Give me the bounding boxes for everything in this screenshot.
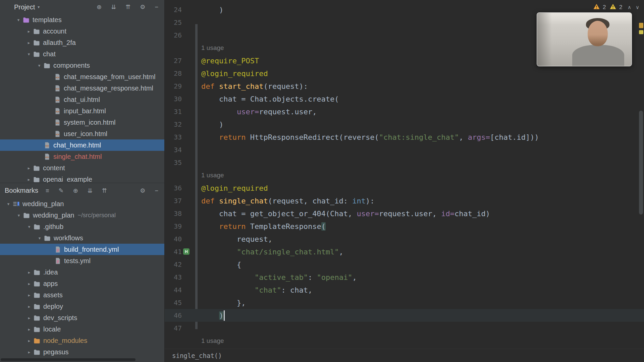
code-line-39[interactable]: 39 return TemplateResponse( (165, 220, 644, 233)
code-line-28[interactable]: 28@login_required (165, 67, 644, 80)
chevron-expanded-icon[interactable]: ▾ (15, 213, 22, 218)
tree-item-assets[interactable]: ▸assets (0, 289, 164, 301)
chevron-collapsed-icon[interactable]: ▸ (25, 166, 33, 171)
chevron-collapsed-icon[interactable]: ▸ (25, 270, 33, 275)
tree-item-wedding_plan[interactable]: ▾wedding_plan (0, 198, 164, 209)
chevron-down-icon[interactable]: ▾ (38, 5, 40, 9)
code-line-38[interactable]: 38 chat = get_object_or_404(Chat, user=r… (165, 207, 644, 220)
bookmarks-panel-title[interactable]: Bookmarks (5, 187, 38, 194)
usage-hint-label[interactable]: 1 usage (201, 172, 224, 179)
warning-stripe-mark[interactable] (639, 23, 643, 28)
tree-item-.github[interactable]: ▾.github (0, 221, 164, 232)
usage-hint-label[interactable]: 1 usage (201, 337, 224, 345)
collapse-all-icon[interactable]: ⇈ (102, 188, 107, 194)
chevron-collapsed-icon[interactable]: ▸ (25, 293, 33, 298)
horizontal-scrollbar[interactable] (1, 358, 136, 361)
breadcrumb-item[interactable]: single_chat() (172, 352, 222, 359)
code-line-37[interactable]: 37def single_chat(request, chat_id: int)… (165, 194, 644, 207)
chevron-collapsed-icon[interactable]: ▸ (25, 327, 33, 332)
code-line-35[interactable]: 35 (165, 156, 644, 169)
tree-item-content[interactable]: ▸content (0, 162, 164, 174)
code-line-34[interactable]: 34 (165, 143, 644, 156)
tree-item-chat_ui.html[interactable]: <>chat_ui.html (0, 94, 164, 105)
locate-icon[interactable]: ⊕ (97, 4, 102, 10)
tree-item-wedding_plan[interactable]: ▾wedding_plan~/src/personal (0, 209, 164, 221)
code-line-32[interactable]: 32 ) (165, 118, 644, 131)
chevron-down-icon[interactable]: ∨ (636, 4, 639, 10)
tree-item-pegasus[interactable]: ▸pegasus (0, 346, 164, 358)
warning-icon[interactable] (593, 4, 600, 11)
code-line-30[interactable]: 30 chat = Chat.objects.create( (165, 93, 644, 105)
collapse-all-icon[interactable]: ⇈ (125, 4, 130, 10)
tree-item-chat[interactable]: ▾chat (0, 48, 164, 60)
chevron-expanded-icon[interactable]: ▾ (36, 63, 43, 68)
gutter-bookmark-icon[interactable]: H (183, 248, 190, 255)
options-icon[interactable]: ⚙ (140, 4, 145, 10)
chevron-collapsed-icon[interactable]: ▸ (25, 350, 33, 355)
code-line-46[interactable]: 46 ) (165, 309, 644, 322)
tree-item-tests.yml[interactable]: tests.yml (0, 255, 164, 266)
chevron-up-icon[interactable]: ∧ (628, 4, 631, 10)
usage-hint[interactable]: 1 usage (165, 335, 644, 347)
code-line-31[interactable]: 31 user=request.user, (165, 105, 644, 118)
tree-item-node_modules[interactable]: ▸node_modules (0, 335, 164, 346)
chevron-expanded-icon[interactable]: ▾ (36, 236, 43, 241)
tree-item-input_bar.html[interactable]: <>input_bar.html (0, 105, 164, 117)
code-line-41[interactable]: 41H "chat/single_chat.html", (165, 245, 644, 258)
code-line-44[interactable]: 44 "chat": chat, (165, 284, 644, 296)
tree-item-dev_scripts[interactable]: ▸dev_scripts (0, 312, 164, 323)
tree-item-apps[interactable]: ▸apps (0, 278, 164, 289)
tree-item-openai_example[interactable]: ▸openai_example (0, 174, 164, 183)
usage-hint-label[interactable]: 1 usage (201, 44, 224, 52)
chevron-collapsed-icon[interactable]: ▸ (25, 40, 33, 45)
tree-item-workflows[interactable]: ▾workflows (0, 232, 164, 244)
chevron-collapsed-icon[interactable]: ▸ (25, 281, 33, 286)
code-line-36[interactable]: 36@login_required (165, 182, 644, 194)
code-line-43[interactable]: 43 "active_tab": "openai", (165, 271, 644, 284)
chevron-collapsed-icon[interactable]: ▸ (25, 338, 33, 343)
tree-item-allauth_2fa[interactable]: ▸allauth_2fa (0, 37, 164, 48)
tree-item-locale[interactable]: ▸locale (0, 323, 164, 335)
vertical-scrollbar[interactable] (639, 111, 643, 215)
edit-icon[interactable]: ✎ (59, 188, 64, 194)
webcam-overlay[interactable] (537, 12, 632, 66)
tree-item-single_chat.html[interactable]: <>single_chat.html (0, 151, 164, 162)
code-line-45[interactable]: 45 }, (165, 296, 644, 309)
tree-item-deploy[interactable]: ▸deploy (0, 301, 164, 312)
code-line-33[interactable]: 33 return HttpResponseRedirect(reverse("… (165, 131, 644, 143)
chevron-collapsed-icon[interactable]: ▸ (25, 29, 33, 34)
code-line-29[interactable]: 29def start_chat(request): (165, 80, 644, 93)
tree-item-account[interactable]: ▸account (0, 25, 164, 37)
hide-icon[interactable]: − (155, 4, 158, 10)
locate-icon[interactable]: ⊕ (73, 188, 78, 194)
warning-stripe-mark[interactable] (639, 30, 643, 34)
chevron-expanded-icon[interactable]: ▾ (5, 201, 12, 206)
options-icon[interactable]: ⚙ (140, 188, 145, 194)
tree-item-chat_home.html[interactable]: <>chat_home.html (0, 139, 164, 151)
chevron-expanded-icon[interactable]: ▾ (25, 52, 33, 57)
tree-item-components[interactable]: ▾components (0, 60, 164, 71)
chevron-collapsed-icon[interactable]: ▸ (25, 177, 33, 182)
list-icon[interactable]: ≡ (46, 188, 49, 194)
weak-warning-icon[interactable] (610, 4, 616, 11)
expand-all-icon[interactable]: ⇊ (111, 4, 116, 10)
expand-all-icon[interactable]: ⇊ (88, 188, 93, 194)
chevron-collapsed-icon[interactable]: ▸ (25, 315, 33, 320)
hide-icon[interactable]: − (155, 188, 158, 194)
tree-item-templates[interactable]: ▾templates (0, 14, 164, 25)
chevron-collapsed-icon[interactable]: ▸ (25, 304, 33, 309)
chevron-expanded-icon[interactable]: ▾ (15, 17, 22, 22)
project-panel-title[interactable]: Project (14, 3, 35, 11)
code-line-40[interactable]: 40 request, (165, 233, 644, 245)
tree-item-chat_message_from_user.html[interactable]: <>chat_message_from_user.html (0, 71, 164, 82)
chevron-expanded-icon[interactable]: ▾ (25, 224, 33, 229)
tree-item-build_frontend.yml[interactable]: build_frontend.yml (0, 244, 164, 255)
tree-item-system_icon.html[interactable]: <>system_icon.html (0, 117, 164, 128)
usage-hint[interactable]: 1 usage (165, 169, 644, 182)
tree-item-chat_message_response.html[interactable]: <>chat_message_response.html (0, 82, 164, 94)
inspections-widget[interactable]: 2 2 ∧ ∨ (593, 4, 639, 11)
tree-item-user_icon.html[interactable]: <>user_icon.html (0, 128, 164, 139)
code-line-47[interactable]: 47 (165, 322, 644, 335)
tree-item-.idea[interactable]: ▸.idea (0, 266, 164, 278)
code-line-42[interactable]: 42 { (165, 258, 644, 271)
